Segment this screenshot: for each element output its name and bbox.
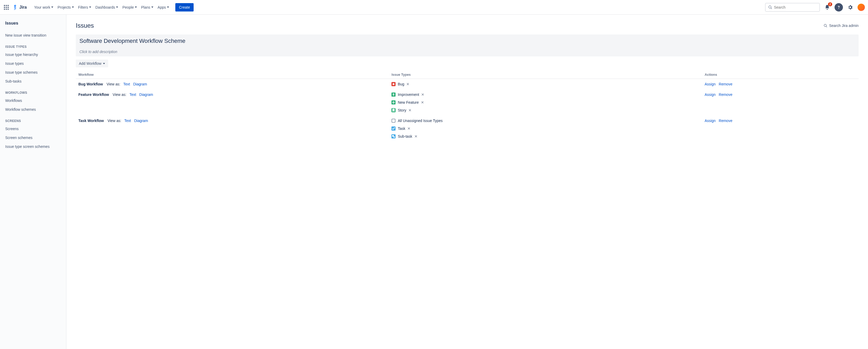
svg-rect-4 <box>6 7 7 8</box>
view-as-label: View as: <box>113 93 126 97</box>
issuetype-row: Improvement✕ <box>392 93 699 97</box>
table-row: Feature Workflow View as: TextDiagramImp… <box>76 89 859 116</box>
chevron-down-icon <box>151 6 153 8</box>
scheme-description[interactable]: Click to add description <box>76 47 859 56</box>
workflow-name: Bug Workflow <box>79 82 103 86</box>
view-text-link[interactable]: Text <box>124 119 131 123</box>
issuetype-row: Story✕ <box>392 108 699 112</box>
sidebar-link-workflows[interactable]: Workflows <box>3 96 63 105</box>
jira-logo[interactable]: Jira <box>12 4 27 10</box>
nav-item-filters[interactable]: Filters <box>76 3 93 11</box>
subtask-icon <box>392 134 396 138</box>
nav-item-your-work[interactable]: Your work <box>32 3 55 11</box>
jira-logo-text: Jira <box>19 5 27 10</box>
nav-item-people[interactable]: People <box>120 3 139 11</box>
scheme-header: Software Development Workflow Scheme <box>76 34 859 47</box>
add-workflow-button[interactable]: Add Workflow <box>76 60 108 67</box>
workflow-table: Workflow Issue Types Actions Bug Workflo… <box>76 70 859 141</box>
issuetype-name: New Feature <box>398 100 418 104</box>
create-button[interactable]: Create <box>175 3 194 11</box>
remove-issuetype-icon[interactable]: ✕ <box>421 101 424 104</box>
svg-point-15 <box>393 83 395 85</box>
notifications-icon[interactable]: 2 <box>823 3 831 11</box>
workflow-name: Task Workflow <box>79 119 104 123</box>
view-diagram-link[interactable]: Diagram <box>133 82 147 86</box>
help-icon[interactable] <box>835 3 843 11</box>
nav-item-apps[interactable]: Apps <box>155 3 171 11</box>
table-row: Bug Workflow View as: TextDiagramBug✕Ass… <box>76 79 859 90</box>
svg-point-11 <box>839 8 839 9</box>
sidebar-title: Issues <box>3 21 63 31</box>
sidebar-link-issue-type-screen-schemes[interactable]: Issue type screen schemes <box>3 142 63 151</box>
scheme-title[interactable]: Software Development Workflow Scheme <box>80 38 855 44</box>
sidebar-link-screens[interactable]: Screens <box>3 124 63 133</box>
svg-rect-5 <box>7 7 9 8</box>
admin-search[interactable]: Search Jira admin <box>824 24 859 28</box>
top-nav-left: Jira Your workProjectsFiltersDashboardsP… <box>3 3 194 11</box>
remove-issuetype-icon[interactable]: ✕ <box>406 82 409 86</box>
sidebar: Issues New issue view transition ISSUE T… <box>0 14 66 349</box>
main-content: Issues Search Jira admin Software Develo… <box>66 14 868 349</box>
view-diagram-link[interactable]: Diagram <box>134 119 148 123</box>
view-text-link[interactable]: Text <box>123 82 130 86</box>
avatar[interactable] <box>858 4 865 11</box>
sidebar-link-issue-types[interactable]: Issue types <box>3 59 63 68</box>
col-issue-types: Issue Types <box>389 70 702 79</box>
chevron-down-icon <box>167 6 169 8</box>
task-icon <box>392 126 396 131</box>
newfeature-icon <box>392 100 396 104</box>
top-nav-right: 2 <box>765 3 865 12</box>
remove-issuetype-icon[interactable]: ✕ <box>414 134 417 138</box>
svg-point-9 <box>769 6 771 8</box>
app-switcher-icon[interactable] <box>3 4 9 10</box>
sidebar-link-new-issue-view-transition[interactable]: New issue view transition <box>3 31 63 40</box>
chevron-down-icon <box>103 63 105 64</box>
admin-search-label: Search Jira admin <box>829 24 859 28</box>
remove-issuetype-icon[interactable]: ✕ <box>407 127 410 130</box>
search-input[interactable] <box>774 5 817 9</box>
chevron-down-icon <box>72 6 74 8</box>
sidebar-link-workflow-schemes[interactable]: Workflow schemes <box>3 105 63 114</box>
sidebar-link-issue-type-hierarchy[interactable]: Issue type hierarchy <box>3 50 63 59</box>
global-search[interactable] <box>765 3 820 12</box>
remove-issuetype-icon[interactable]: ✕ <box>408 108 411 112</box>
sidebar-link-sub-tasks[interactable]: Sub-tasks <box>3 77 63 86</box>
remove-issuetype-icon[interactable]: ✕ <box>421 93 424 96</box>
search-icon <box>824 24 828 28</box>
top-nav: Jira Your workProjectsFiltersDashboardsP… <box>0 0 868 14</box>
page-header: Issues Search Jira admin <box>76 22 859 29</box>
nav-items: Your workProjectsFiltersDashboardsPeople… <box>32 3 171 11</box>
issuetype-name: Task <box>398 126 405 131</box>
issuetype-name: All Unassigned Issue Types <box>398 119 443 123</box>
assign-link[interactable]: Assign <box>705 82 716 86</box>
chevron-down-icon <box>135 6 137 8</box>
search-icon <box>768 5 772 9</box>
sidebar-group-screens: SCREENS <box>3 114 63 124</box>
view-text-link[interactable]: Text <box>129 93 136 97</box>
svg-line-13 <box>826 26 827 27</box>
svg-rect-19 <box>392 119 395 123</box>
nav-item-projects[interactable]: Projects <box>55 3 76 11</box>
view-as-label: View as: <box>107 119 121 123</box>
issuetype-row: New Feature✕ <box>392 100 699 104</box>
svg-rect-2 <box>7 5 9 6</box>
issuetype-name: Story <box>398 108 406 112</box>
unassigned-icon <box>392 119 396 123</box>
view-diagram-link[interactable]: Diagram <box>139 93 153 97</box>
assign-link[interactable]: Assign <box>705 93 716 97</box>
issuetype-row: Sub-task✕ <box>392 134 699 138</box>
svg-rect-6 <box>4 9 5 10</box>
sidebar-link-issue-type-schemes[interactable]: Issue type schemes <box>3 68 63 77</box>
svg-rect-0 <box>4 5 5 6</box>
issuetype-name: Improvement <box>398 93 419 97</box>
assign-link[interactable]: Assign <box>705 119 716 123</box>
remove-link[interactable]: Remove <box>719 93 733 97</box>
settings-icon[interactable] <box>846 3 855 11</box>
remove-link[interactable]: Remove <box>719 82 733 86</box>
story-icon <box>392 108 396 112</box>
remove-link[interactable]: Remove <box>719 119 733 123</box>
nav-item-dashboards[interactable]: Dashboards <box>93 3 120 11</box>
svg-rect-1 <box>6 5 7 6</box>
sidebar-link-screen-schemes[interactable]: Screen schemes <box>3 133 63 142</box>
nav-item-plans[interactable]: Plans <box>139 3 155 11</box>
